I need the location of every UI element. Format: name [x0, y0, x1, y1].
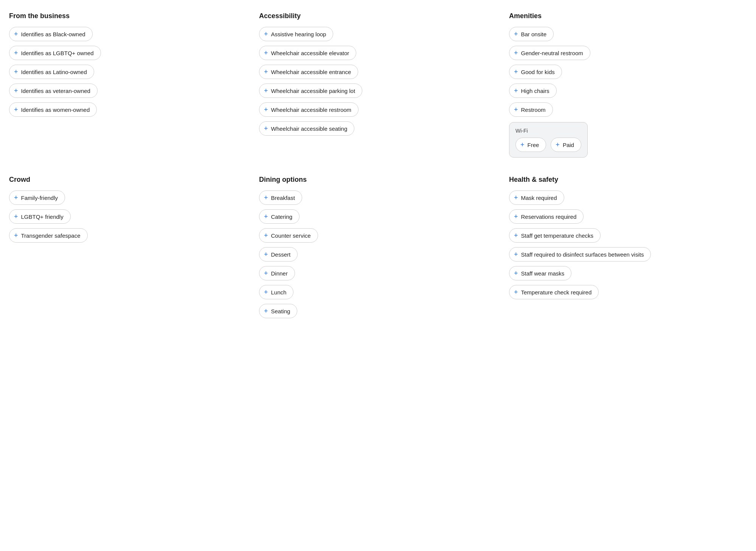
chip-dining-options-6[interactable]: +Seating [259, 304, 297, 318]
chip-amenities-0[interactable]: +Bar onsite [509, 27, 554, 41]
plus-icon: + [514, 213, 518, 220]
chip-health-safety-0[interactable]: +Mask required [509, 190, 564, 205]
chip-dining-options-3[interactable]: +Dessert [259, 247, 298, 262]
chip-accessibility-2[interactable]: +Wheelchair accessible entrance [259, 65, 358, 79]
plus-icon: + [514, 289, 518, 296]
chips-list-from-the-business: +Identifies as Black-owned+Identifies as… [9, 27, 247, 117]
chip-label: Assistive hearing loop [271, 31, 326, 37]
chips-list-health-safety: +Mask required+Reservations required+Sta… [509, 190, 747, 299]
wifi-chip-label: Free [528, 142, 539, 148]
plus-icon: + [264, 289, 268, 296]
chip-crowd-2[interactable]: +Transgender safespace [9, 228, 88, 243]
plus-icon: + [264, 87, 268, 94]
chip-label: Wheelchair accessible seating [271, 125, 348, 132]
chip-crowd-0[interactable]: +Family-friendly [9, 190, 65, 205]
chip-label: Counter service [271, 232, 311, 239]
plus-icon: + [514, 232, 518, 239]
wifi-chip-0[interactable]: +Free [515, 138, 546, 152]
chip-from-the-business-3[interactable]: +Identifies as veteran-owned [9, 84, 98, 98]
chip-amenities-2[interactable]: +Good for kids [509, 65, 562, 79]
chip-health-safety-3[interactable]: +Staff required to disinfect surfaces be… [509, 247, 651, 262]
plus-icon: + [556, 141, 560, 148]
chip-label: Dinner [271, 270, 288, 277]
chip-label: Good for kids [521, 69, 555, 75]
attribute-grid: From the business+Identifies as Black-ow… [9, 12, 747, 318]
chip-label: Mask required [521, 195, 557, 201]
chip-dining-options-1[interactable]: +Catering [259, 209, 300, 224]
plus-icon: + [514, 50, 518, 56]
chip-label: Lunch [271, 289, 287, 296]
section-title-amenities: Amenities [509, 12, 747, 20]
chip-label: Identifies as Black-owned [21, 31, 85, 37]
chip-from-the-business-2[interactable]: +Identifies as Latino-owned [9, 65, 94, 79]
chips-list-amenities: +Bar onsite+Gender-neutral restroom+Good… [509, 27, 747, 158]
chip-label: Wheelchair accessible parking lot [271, 88, 355, 94]
chip-label: Breakfast [271, 195, 295, 201]
chip-crowd-1[interactable]: +LGBTQ+ friendly [9, 209, 71, 224]
chip-from-the-business-1[interactable]: +Identifies as LGBTQ+ owned [9, 46, 101, 60]
plus-icon: + [264, 213, 268, 220]
chip-health-safety-2[interactable]: +Staff get temperature checks [509, 228, 601, 243]
chip-label: LGBTQ+ friendly [21, 214, 64, 220]
chip-label: Restroom [521, 107, 546, 113]
plus-icon: + [520, 141, 525, 148]
chip-health-safety-5[interactable]: +Temperature check required [509, 285, 599, 299]
section-health-safety: Health & safety+Mask required+Reservatio… [509, 176, 747, 318]
chip-label: Identifies as veteran-owned [21, 88, 90, 94]
chip-dining-options-0[interactable]: +Breakfast [259, 190, 302, 205]
chip-accessibility-4[interactable]: +Wheelchair accessible restroom [259, 102, 359, 117]
chip-label: Dessert [271, 251, 291, 258]
section-title-accessibility: Accessibility [259, 12, 497, 20]
plus-icon: + [514, 251, 518, 258]
section-dining-options: Dining options+Breakfast+Catering+Counte… [259, 176, 497, 318]
section-title-health-safety: Health & safety [509, 176, 747, 184]
plus-icon: + [14, 50, 18, 56]
chip-dining-options-4[interactable]: +Dinner [259, 266, 295, 280]
plus-icon: + [14, 194, 18, 201]
chip-dining-options-5[interactable]: +Lunch [259, 285, 293, 299]
chip-accessibility-1[interactable]: +Wheelchair accessible elevator [259, 46, 356, 60]
chip-amenities-3[interactable]: +High chairs [509, 84, 557, 98]
section-title-from-the-business: From the business [9, 12, 247, 20]
chip-label: Bar onsite [521, 31, 547, 37]
chip-label: Seating [271, 308, 290, 314]
chip-label: Gender-neutral restroom [521, 50, 583, 56]
chip-accessibility-5[interactable]: +Wheelchair accessible seating [259, 121, 354, 136]
chip-label: Identifies as Latino-owned [21, 69, 87, 75]
chip-amenities-1[interactable]: +Gender-neutral restroom [509, 46, 590, 60]
chip-health-safety-4[interactable]: +Staff wear masks [509, 266, 571, 280]
chip-label: Family-friendly [21, 195, 58, 201]
chip-label: Identifies as LGBTQ+ owned [21, 50, 94, 56]
chip-label: Identifies as women-owned [21, 107, 90, 113]
chip-label: Staff required to disinfect surfaces bet… [521, 251, 644, 258]
section-from-the-business: From the business+Identifies as Black-ow… [9, 12, 247, 158]
plus-icon: + [14, 213, 18, 220]
plus-icon: + [264, 251, 268, 258]
plus-icon: + [514, 194, 518, 201]
chip-from-the-business-0[interactable]: +Identifies as Black-owned [9, 27, 93, 41]
chip-label: Staff wear masks [521, 270, 565, 277]
section-crowd: Crowd+Family-friendly+LGBTQ+ friendly+Tr… [9, 176, 247, 318]
chip-dining-options-2[interactable]: +Counter service [259, 228, 318, 243]
wifi-chip-label: Paid [563, 142, 574, 148]
chips-list-crowd: +Family-friendly+LGBTQ+ friendly+Transge… [9, 190, 247, 243]
chip-amenities-4[interactable]: +Restroom [509, 102, 553, 117]
plus-icon: + [264, 308, 268, 314]
plus-icon: + [14, 68, 18, 75]
wifi-box: Wi-Fi+Free+Paid [509, 122, 588, 158]
chip-accessibility-3[interactable]: +Wheelchair accessible parking lot [259, 84, 362, 98]
plus-icon: + [514, 68, 518, 75]
plus-icon: + [14, 31, 18, 37]
chip-label: Temperature check required [521, 289, 592, 296]
chip-label: Reservations required [521, 214, 577, 220]
chip-label: High chairs [521, 88, 550, 94]
chip-health-safety-1[interactable]: +Reservations required [509, 209, 584, 224]
chips-list-accessibility: +Assistive hearing loop+Wheelchair acces… [259, 27, 497, 136]
section-amenities: Amenities+Bar onsite+Gender-neutral rest… [509, 12, 747, 158]
chip-label: Transgender safespace [21, 232, 81, 239]
chip-accessibility-0[interactable]: +Assistive hearing loop [259, 27, 333, 41]
chip-from-the-business-4[interactable]: +Identifies as women-owned [9, 102, 97, 117]
wifi-chip-1[interactable]: +Paid [551, 138, 581, 152]
plus-icon: + [264, 194, 268, 201]
plus-icon: + [264, 31, 268, 37]
